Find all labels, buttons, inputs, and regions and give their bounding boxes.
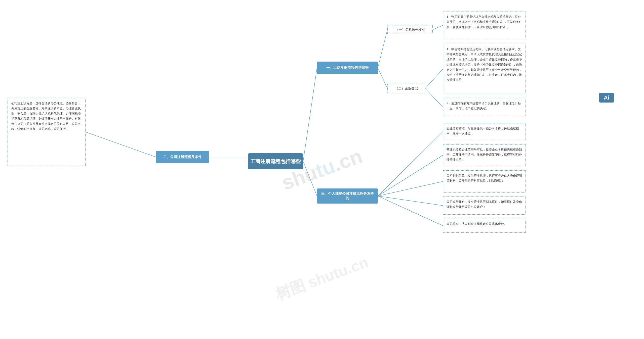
- sub-node-2: （二）企业登记: [387, 84, 425, 93]
- sub-node-1: （一）名称预先核准: [387, 25, 433, 34]
- center-node: 工商注册流程包括哪些: [248, 153, 303, 169]
- ai-badge: Ai: [599, 93, 614, 103]
- right-leaf-4: 企业名称核准：尽量多提供一些公司名称，保证通过概率，最好一次通过；: [443, 123, 526, 140]
- left-leaf-1: 公司注册流程是：选择合法的办公地址、选择符合工商局规定的企业名称、筹集注册资本金…: [8, 98, 86, 166]
- watermark2: 树图 shutu.cn: [273, 252, 371, 305]
- watermark: shutu.cn: [0, 0, 644, 339]
- branch-node-1: 一、工商注册流程包括哪些: [317, 62, 378, 74]
- right-leaf-2: 1、申请材料符合法定时限、记载事项符合法定要求、文书格式符合规定，申请人或其委托…: [443, 44, 526, 94]
- right-leaf-8: 公司核税：法人到税务局核定公司具体税种。: [443, 219, 526, 233]
- right-leaf-5: 营业执照及企业信用号审批：提交企业名称预先核准通知书，工商注册申请书、股东身份证…: [443, 144, 526, 166]
- branch-node-3: 三、个人独资公司注册流程是怎样的: [317, 188, 378, 204]
- right-leaf-7: 公司银行开户：提交营业执照副本原件，印章原件及身份证到银行开启公司对公账户；: [443, 197, 526, 215]
- right-leaf-1: 1、到工商局注册登记场所办理名称预先核准登记，符合条件的，当场做出《名称预先核准…: [443, 12, 526, 39]
- right-leaf-6: 公司刻制印章：提供营业执照，执行事务合伙人身份证明等材料，公安局特行科审批后，刻…: [443, 170, 526, 192]
- right-leaf-3: 2、通过邮寄的方式提交申请予以受理的，自受理之日起十五日内作出准予登记的决定。: [443, 98, 526, 116]
- branch-node-2: 二、公司注册流程及条件: [156, 151, 209, 163]
